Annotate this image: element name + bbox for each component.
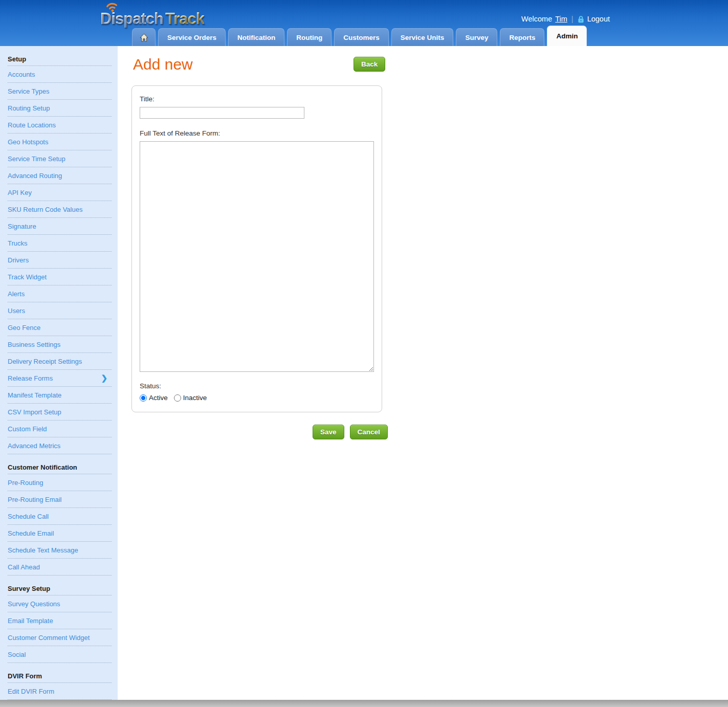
sidebar-item-schedule-text-message[interactable]: Schedule Text Message bbox=[8, 542, 112, 559]
sidebar-item-accounts[interactable]: Accounts bbox=[8, 66, 112, 83]
sidebar-item-track-widget[interactable]: Track Widget bbox=[8, 269, 112, 285]
logo-text-track: Track bbox=[165, 10, 204, 28]
sidebar-section-dvir-form: DVIR Form bbox=[8, 669, 112, 683]
sidebar-item-trucks[interactable]: Trucks bbox=[8, 235, 112, 252]
sidebar-item-route-locations[interactable]: Route Locations bbox=[8, 117, 112, 134]
tab-reports[interactable]: Reports bbox=[500, 28, 544, 46]
sidebar-section-customer-notification: Customer Notification bbox=[8, 460, 112, 474]
status-radio-group: ActiveInactive bbox=[140, 394, 374, 402]
sidebar-item-schedule-email[interactable]: Schedule Email bbox=[8, 525, 112, 542]
sidebar-item-sku-return-code-values[interactable]: SKU Return Code Values bbox=[8, 201, 112, 218]
sidebar-item-service-types[interactable]: Service Types bbox=[8, 83, 112, 100]
status-radio-active[interactable] bbox=[140, 394, 147, 402]
sidebar-item-geo-fence[interactable]: Geo Fence bbox=[8, 319, 112, 336]
header: DispatchTrack Welcome Tim | Logout Servi… bbox=[0, 0, 728, 46]
status-radio-inactive[interactable] bbox=[174, 394, 181, 402]
sidebar-item-edit-dvir-form[interactable]: Edit DVIR Form bbox=[8, 683, 112, 700]
sidebar-item-service-time-setup[interactable]: Service Time Setup bbox=[8, 150, 112, 167]
logout-link[interactable]: Logout bbox=[587, 15, 610, 23]
page-title: Add new bbox=[133, 56, 728, 73]
fulltext-label: Full Text of Release Form: bbox=[140, 129, 374, 137]
divider: | bbox=[571, 15, 573, 23]
sidebar-item-signature[interactable]: Signature bbox=[8, 218, 112, 235]
sidebar-section-setup: Setup bbox=[8, 52, 112, 66]
wifi-signal-icon bbox=[105, 2, 119, 13]
sidebar-item-manifest-template[interactable]: Manifest Template bbox=[8, 387, 112, 404]
sidebar: SetupAccountsService TypesRouting SetupR… bbox=[0, 46, 118, 700]
tab-customers[interactable]: Customers bbox=[334, 28, 389, 46]
action-row: Save Cancel bbox=[313, 425, 728, 439]
sidebar-item-social[interactable]: Social bbox=[8, 646, 112, 663]
welcome-text: Welcome bbox=[521, 15, 552, 23]
sidebar-section-survey-setup: Survey Setup bbox=[8, 582, 112, 595]
tab-routing[interactable]: Routing bbox=[287, 28, 332, 46]
sidebar-item-customer-comment-widget[interactable]: Customer Comment Widget bbox=[8, 629, 112, 646]
sidebar-item-schedule-call[interactable]: Schedule Call bbox=[8, 508, 112, 525]
sidebar-item-call-ahead[interactable]: Call Ahead bbox=[8, 559, 112, 576]
sidebar-item-business-settings[interactable]: Business Settings bbox=[8, 336, 112, 353]
username-link[interactable]: Tim bbox=[555, 15, 567, 23]
sidebar-item-pre-routing-email[interactable]: Pre-Routing Email bbox=[8, 491, 112, 508]
sidebar-item-release-forms[interactable]: Release Forms❯ bbox=[8, 370, 112, 387]
tab-survey[interactable]: Survey bbox=[456, 28, 497, 46]
sidebar-item-advanced-routing[interactable]: Advanced Routing bbox=[8, 167, 112, 184]
tab-service-orders[interactable]: Service Orders bbox=[158, 28, 226, 46]
sidebar-item-users[interactable]: Users bbox=[8, 302, 112, 319]
dispatchtrack-logo: DispatchTrack bbox=[100, 1, 204, 28]
cancel-button[interactable]: Cancel bbox=[350, 425, 388, 439]
sidebar-item-drivers[interactable]: Drivers bbox=[8, 252, 112, 269]
title-input[interactable] bbox=[140, 107, 304, 119]
sidebar-item-geo-hotspots[interactable]: Geo Hotspots bbox=[8, 134, 112, 150]
sidebar-item-custom-field[interactable]: Custom Field bbox=[8, 421, 112, 437]
sidebar-item-pre-routing[interactable]: Pre-Routing bbox=[8, 474, 112, 491]
fulltext-textarea[interactable] bbox=[140, 141, 374, 372]
status-label: Status: bbox=[140, 382, 374, 390]
save-button[interactable]: Save bbox=[313, 425, 344, 439]
sidebar-item-email-template[interactable]: Email Template bbox=[8, 612, 112, 629]
sidebar-item-csv-import-setup[interactable]: CSV Import Setup bbox=[8, 404, 112, 421]
tab-notification[interactable]: Notification bbox=[228, 28, 284, 46]
sidebar-item-routing-setup[interactable]: Routing Setup bbox=[8, 100, 112, 117]
divider-band bbox=[0, 700, 728, 707]
chevron-right-icon: ❯ bbox=[101, 373, 107, 383]
lock-icon bbox=[578, 15, 584, 23]
main-content: Add new Back Title: Full Text of Release… bbox=[118, 46, 728, 700]
back-button[interactable]: Back bbox=[354, 57, 385, 72]
sidebar-item-alerts[interactable]: Alerts bbox=[8, 285, 112, 302]
sidebar-item-survey-questions[interactable]: Survey Questions bbox=[8, 595, 112, 612]
main-nav: Service OrdersNotificationRoutingCustome… bbox=[132, 26, 587, 46]
sidebar-item-delivery-receipt-settings[interactable]: Delivery Receipt Settings bbox=[8, 353, 112, 370]
user-area: Welcome Tim | Logout bbox=[521, 15, 610, 23]
tab-service-units[interactable]: Service Units bbox=[391, 28, 454, 46]
status-option-active[interactable]: Active bbox=[140, 394, 168, 402]
tab-home[interactable] bbox=[132, 28, 156, 46]
release-form-panel: Title: Full Text of Release Form: Status… bbox=[131, 85, 382, 412]
page-body: SetupAccountsService TypesRouting SetupR… bbox=[0, 46, 728, 700]
sidebar-item-api-key[interactable]: API Key bbox=[8, 184, 112, 201]
title-label: Title: bbox=[140, 95, 374, 103]
sidebar-item-advanced-metrics[interactable]: Advanced Metrics bbox=[8, 437, 112, 454]
home-icon bbox=[140, 33, 148, 42]
status-option-inactive[interactable]: Inactive bbox=[174, 394, 207, 402]
tab-admin[interactable]: Admin bbox=[547, 26, 587, 46]
